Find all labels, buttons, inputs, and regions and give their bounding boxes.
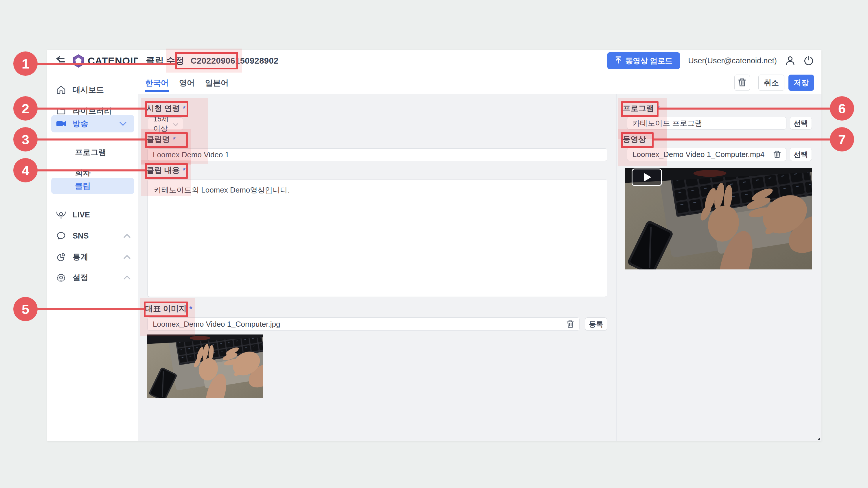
clip-name-value: Loomex Demo Video 1 <box>153 150 602 159</box>
trash-icon[interactable] <box>773 150 781 158</box>
thumbnail-filename-input[interactable]: Loomex_Demo Video 1_Computer.jpg <box>147 318 580 331</box>
annotation-box-clip-name <box>145 132 188 148</box>
delete-clip-button[interactable] <box>734 74 750 91</box>
clip-desc-textarea[interactable]: 카테노이드의 Loomex Demo영상입니다. <box>147 179 607 297</box>
sidebar-item-program[interactable]: 프로그램 <box>47 144 138 160</box>
stats-icon <box>56 252 66 262</box>
gear-icon <box>56 272 66 283</box>
toolbar: 한국어 영어 일본어 취소 저장 <box>138 72 822 94</box>
sidebar-header: CATENOID <box>47 50 138 72</box>
annotation-box-video <box>621 132 654 148</box>
annotation-circle-6: 6 <box>830 96 854 121</box>
home-icon <box>56 85 66 95</box>
live-icon <box>56 209 66 220</box>
video-camera-icon <box>56 119 66 129</box>
sidebar-item-label: 대시보드 <box>73 85 104 95</box>
sidebar-item-label: SNS <box>73 232 89 240</box>
upload-video-button[interactable]: 동영상 업로드 <box>607 52 680 69</box>
power-icon[interactable] <box>804 56 814 66</box>
chevron-up-icon <box>124 234 130 238</box>
brand-logo: CATENOID <box>72 54 141 68</box>
clip-name-input[interactable]: Loomex Demo Video 1 <box>147 148 607 161</box>
upload-icon <box>615 56 622 66</box>
annotation-line-1 <box>26 63 175 65</box>
sidebar-item-broadcast[interactable]: 방송 <box>51 115 134 132</box>
divider <box>754 77 754 89</box>
annotation-line-5 <box>26 308 144 310</box>
annotation-line-6 <box>658 107 842 109</box>
user-email: User(User@catenoid.net) <box>688 56 777 65</box>
upload-button-label: 동영상 업로드 <box>625 56 673 66</box>
chevron-up-icon <box>124 255 130 259</box>
thumbnail-register-button[interactable]: 등록 <box>585 318 607 331</box>
cancel-button[interactable]: 취소 <box>758 74 784 91</box>
play-icon <box>644 173 651 181</box>
sidebar-item-live[interactable]: LIVE <box>47 207 138 223</box>
chevron-down-icon <box>119 122 127 126</box>
sidebar-item-label: 클립 <box>75 181 91 191</box>
toolbar-actions: 취소 저장 <box>734 74 814 91</box>
chevron-up-icon <box>124 275 130 280</box>
content-panel: 시청 연령* 15세 이상 클립명* Loomex Demo Video 1 클… <box>138 94 822 441</box>
column-divider <box>616 94 617 441</box>
annotation-circle-1: 1 <box>13 52 38 76</box>
language-tabs: 한국어 영어 일본어 <box>145 72 228 94</box>
play-button[interactable] <box>631 168 662 186</box>
annotation-circle-2: 2 <box>13 96 38 121</box>
annotation-line-7 <box>654 138 842 140</box>
annotation-box-age <box>145 101 188 117</box>
annotation-circle-4: 4 <box>13 158 38 183</box>
sidebar-item-sns[interactable]: SNS <box>47 228 138 244</box>
annotation-circle-5: 5 <box>13 297 38 321</box>
user-icon[interactable] <box>785 56 795 66</box>
annotation-box-thumbnail <box>144 301 188 317</box>
sidebar-item-label: LIVE <box>73 210 90 220</box>
sidebar-item-dashboard[interactable]: 대시보드 <box>47 82 138 98</box>
trash-icon <box>738 78 746 88</box>
sidebar-item-label: 방송 <box>73 119 88 129</box>
video-player[interactable] <box>625 168 812 269</box>
annotation-line-3 <box>26 138 145 140</box>
thumbnail-preview-image <box>147 334 263 398</box>
sidebar-item-stats[interactable]: 통계 <box>47 249 138 265</box>
annotation-circle-3: 3 <box>13 127 38 152</box>
sns-icon <box>56 231 66 241</box>
annotation-line-4 <box>26 169 145 171</box>
annotation-line-2 <box>26 107 145 109</box>
tab-japanese[interactable]: 일본어 <box>205 72 228 94</box>
save-button[interactable]: 저장 <box>788 74 814 91</box>
trash-icon[interactable] <box>566 320 574 328</box>
annotation-circle-7: 7 <box>830 127 854 152</box>
sidebar-item-label: 설정 <box>73 272 88 283</box>
tab-english[interactable]: 영어 <box>179 72 195 94</box>
thumbnail-filename: Loomex_Demo Video 1_Computer.jpg <box>153 320 566 329</box>
brand-name: CATENOID <box>88 55 141 66</box>
resize-grip[interactable] <box>817 437 820 440</box>
tab-korean[interactable]: 한국어 <box>145 72 169 94</box>
annotation-box-clip-desc <box>145 163 188 179</box>
sidebar-item-settings[interactable]: 설정 <box>47 269 138 286</box>
annotation-box-clip-id <box>175 52 238 69</box>
program-select-button[interactable]: 선택 <box>790 117 812 130</box>
catenoid-logo-icon <box>72 54 85 68</box>
sidebar-item-label: 프로그램 <box>75 147 106 158</box>
sidebar-item-label: 통계 <box>73 252 88 262</box>
annotation-box-program <box>621 101 658 117</box>
sidebar-item-clip[interactable]: 클립 <box>51 178 134 194</box>
video-select-button[interactable]: 선택 <box>790 148 812 161</box>
